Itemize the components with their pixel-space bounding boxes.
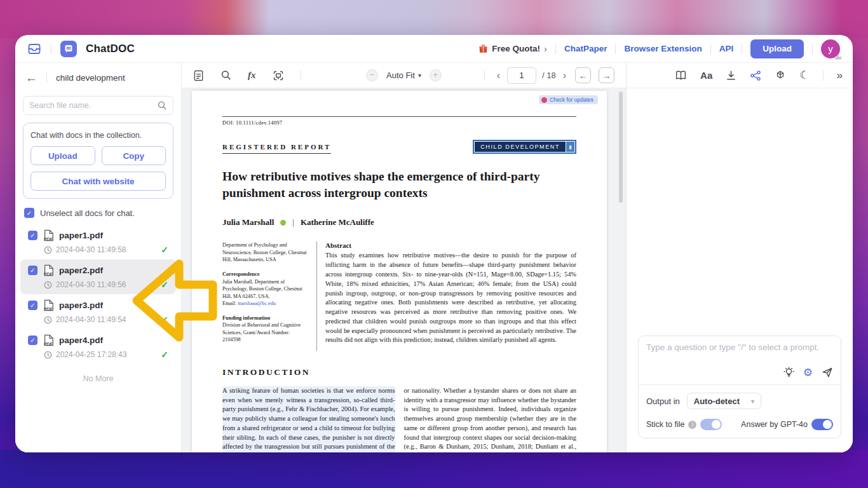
output-language-value: Auto-detect: [694, 396, 740, 406]
answer-by-gpt4o-toggle[interactable]: [811, 419, 833, 430]
file-ready-check-icon: ✓: [161, 280, 171, 290]
author-2: Katherine McAuliffe: [301, 217, 374, 227]
collection-title: child development: [56, 73, 125, 83]
next-page-chevron[interactable]: ›: [562, 70, 567, 81]
stick-to-file-toggle[interactable]: [700, 419, 722, 430]
app-window: ChatDOC Free Quota! › ChatPaper Browser …: [15, 35, 853, 452]
file-checkbox[interactable]: ✓: [28, 231, 37, 240]
file-date: 2024-04-25 17:28:43: [56, 350, 126, 359]
previous-page-chevron[interactable]: ‹: [496, 70, 501, 81]
pdf-scrollbar[interactable]: [619, 92, 623, 203]
no-more-label: No More: [15, 374, 181, 383]
file-list: ✓ PDF paper1.pdf 2024-04-30 11:49:58 ✓: [15, 224, 181, 364]
page-number-input[interactable]: [507, 67, 536, 84]
doi-text: DOI: 10.1111/cdev.14097: [222, 119, 576, 126]
info-icon[interactable]: i: [688, 421, 696, 429]
file-name: paper2.pdf: [59, 266, 103, 275]
settings-gear-icon[interactable]: ⚙: [803, 367, 813, 378]
toolbar-divider: [823, 71, 824, 81]
crossmark-icon: [541, 97, 547, 103]
file-item[interactable]: ✓ PDF paper2.pdf 2024-04-30 11:49:56 ✓: [20, 259, 176, 294]
output-language-select[interactable]: Auto-detect ▾: [687, 393, 761, 409]
upload-doc-button[interactable]: Upload: [31, 146, 95, 165]
chat-with-website-button[interactable]: Chat with website: [31, 172, 166, 191]
journal-badge[interactable]: CHILD DEVELOPMENT ▮: [473, 140, 576, 154]
clock-icon: [44, 281, 52, 289]
screenshot-icon[interactable]: [273, 70, 284, 81]
total-pages-label: / 18: [542, 71, 556, 80]
journal-badge-label: CHILD DEVELOPMENT: [475, 142, 566, 152]
pdf-viewer: fx − Auto Fit ▾ + ‹: [182, 63, 626, 452]
file-name: paper4.pdf: [59, 336, 103, 345]
font-size-icon[interactable]: Aa: [700, 70, 712, 81]
orcid-icon[interactable]: [280, 220, 286, 226]
chat-panel: Aa ☾ » ⚙: [626, 63, 853, 452]
svg-text:PDF: PDF: [44, 307, 53, 311]
openai-icon[interactable]: [775, 70, 786, 81]
file-item[interactable]: ✓ PDF paper1.pdf 2024-04-30 11:49:58 ✓: [20, 224, 176, 259]
email-link[interactable]: marshaaa@bc.edu: [238, 301, 276, 306]
answer-by-label: Answer by GPT-4o: [741, 420, 808, 429]
chat-input-widget: ⚙ Output in Auto-detect ▾ Stick to file …: [638, 336, 841, 438]
chatdoc-logo-icon[interactable]: [60, 41, 77, 57]
app-title: ChatDOC: [86, 43, 135, 55]
fit-mode-select[interactable]: Auto Fit ▾: [386, 71, 421, 80]
header-divider: [555, 44, 556, 54]
file-checkbox[interactable]: ✓: [28, 266, 37, 275]
gift-icon: [478, 44, 488, 53]
dark-mode-icon[interactable]: ☾: [799, 69, 809, 82]
chat-panel-toolbar: Aa ☾ »: [627, 63, 853, 88]
pdf-scroll-area[interactable]: Check for updates DOI: 10.1111/cdev.1409…: [182, 88, 626, 452]
pdf-file-icon: PDF: [43, 264, 54, 276]
file-search: [23, 96, 173, 115]
unselect-all-checkbox[interactable]: ✓: [24, 208, 34, 218]
history-back-button[interactable]: ←: [575, 67, 591, 83]
history-forward-button[interactable]: →: [599, 67, 614, 83]
free-quota-link[interactable]: Free Quota! ›: [478, 43, 547, 54]
abstract-label: Abstract: [325, 241, 576, 249]
correspondence-label: Correspondence: [222, 271, 309, 278]
user-avatar[interactable]: y: [821, 39, 840, 58]
nav-chatpaper[interactable]: ChatPaper: [564, 44, 607, 53]
doc-rule: [222, 116, 576, 117]
back-arrow-icon[interactable]: ←: [25, 72, 37, 84]
book-outline-icon[interactable]: [675, 70, 687, 81]
pdf-file-icon: PDF: [43, 334, 54, 346]
svg-text:PDF: PDF: [44, 342, 53, 346]
zoom-in-button[interactable]: +: [430, 69, 442, 81]
search-document-icon[interactable]: [220, 70, 231, 81]
nav-api[interactable]: API: [719, 44, 734, 53]
app-header: ChatDOC Free Quota! › ChatPaper Browser …: [15, 35, 853, 63]
copy-doc-button[interactable]: Copy: [102, 146, 166, 165]
download-icon[interactable]: [726, 70, 736, 81]
question-input[interactable]: [646, 342, 833, 364]
introduction-column-2: or nationality. Whether a bystander shar…: [404, 386, 577, 452]
collection-hint: Chat with docs in the collection.: [31, 131, 166, 140]
paper-title: How retributive motives shape the emerge…: [222, 168, 548, 201]
collapse-panel-icon[interactable]: »: [837, 69, 843, 82]
svg-text:PDF: PDF: [44, 237, 53, 241]
page-thumbnails-icon[interactable]: [193, 70, 204, 81]
prompt-ideas-icon[interactable]: [783, 367, 794, 378]
search-icon[interactable]: [157, 100, 167, 111]
nav-browser-extension[interactable]: Browser Extension: [624, 44, 702, 53]
header-divider: [51, 44, 51, 54]
caret-down-icon: ▾: [751, 398, 754, 405]
file-checkbox[interactable]: ✓: [28, 336, 37, 345]
collection-actions-box: Chat with docs in the collection. Upload…: [23, 123, 173, 199]
formula-icon[interactable]: fx: [248, 70, 256, 81]
send-icon[interactable]: [822, 367, 833, 378]
pdf-page: Check for updates DOI: 10.1111/cdev.1409…: [192, 91, 607, 452]
share-nodes-icon[interactable]: [750, 70, 761, 81]
clock-icon: [44, 316, 52, 324]
check-for-updates-badge[interactable]: Check for updates: [539, 95, 598, 104]
file-item[interactable]: ✓ PDF paper4.pdf 2024-04-25 17:28:43 ✓: [20, 329, 176, 364]
collections-drawer-icon[interactable]: [27, 41, 42, 57]
toolbar-divider: [484, 71, 485, 81]
zoom-out-button[interactable]: −: [366, 69, 378, 81]
article-type-label: REGISTERED REPORT: [222, 143, 331, 154]
file-search-input[interactable]: [29, 101, 153, 110]
header-upload-button[interactable]: Upload: [750, 39, 804, 58]
file-item[interactable]: ✓ PDF paper3.pdf 2024-04-30 11:49:54 ✓: [20, 294, 176, 329]
file-checkbox[interactable]: ✓: [28, 301, 37, 310]
